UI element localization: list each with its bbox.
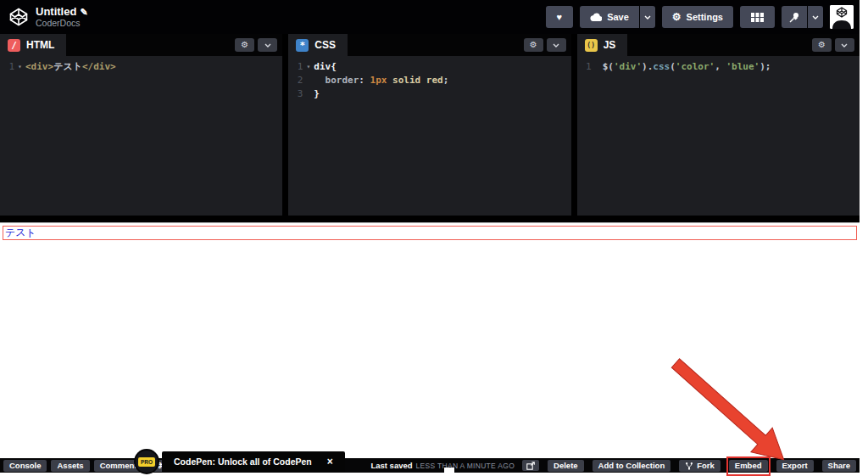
layout-grid-icon <box>751 13 764 22</box>
code-token: css <box>653 61 670 72</box>
code-text: border: 1px solid red; <box>314 74 448 87</box>
editor-preview-resize-handle[interactable] <box>0 216 860 222</box>
code-line[interactable]: 3 } <box>288 87 570 101</box>
code-line[interactable]: 1▾div{ <box>288 60 570 74</box>
line-number: 2 <box>288 74 303 87</box>
code-fold-icon[interactable]: ▾ <box>303 60 314 74</box>
save-button[interactable]: Save <box>580 6 639 28</box>
header-bar: Untitled✎ CoderDocs ♥ Save <box>0 0 860 34</box>
tab-css[interactable]: * CSS <box>288 34 348 56</box>
tab-js-label: JS <box>604 39 616 51</box>
gear-icon: ⚙ <box>241 41 248 49</box>
result-preview-iframe[interactable]: テスト <box>0 222 860 458</box>
last-saved-status: Last saved LESS THAN A MINUTE AGO <box>370 461 515 470</box>
tab-css-label: CSS <box>314 39 336 51</box>
code-token: } <box>314 88 320 99</box>
html-editor-panel: / HTML ⚙ 1▾<div>テスト</div> <box>0 34 282 216</box>
code-fold-spacer <box>303 87 314 101</box>
pro-banner: PRO CodePen: Unlock all of CodePen × <box>136 451 345 473</box>
open-live-view-button[interactable] <box>522 460 539 471</box>
pin-icon <box>789 12 799 23</box>
code-token: : <box>359 75 370 86</box>
code-fold-spacer <box>303 74 314 87</box>
console-drag-handle[interactable] <box>444 468 454 473</box>
code-token: $( <box>603 61 614 72</box>
share-button[interactable]: Share <box>822 460 856 472</box>
console-button[interactable]: Console <box>3 460 47 472</box>
html-settings-button[interactable]: ⚙ <box>235 38 254 52</box>
like-button[interactable]: ♥ <box>546 6 574 28</box>
js-panel-header: () JS ⚙ <box>577 34 860 56</box>
css-settings-button[interactable]: ⚙ <box>524 38 543 52</box>
pen-title-block: Untitled✎ CoderDocs <box>36 6 88 29</box>
code-token: <div> <box>25 61 53 72</box>
js-code-editor[interactable]: 1 $('div').css('color', 'blue'); <box>577 56 860 216</box>
delete-button[interactable]: Delete <box>548 460 584 472</box>
js-settings-button[interactable]: ⚙ <box>812 38 832 52</box>
code-text: $('div').css('color', 'blue'); <box>603 60 771 74</box>
html-code-editor[interactable]: 1▾<div>テスト</div> <box>0 56 282 216</box>
codepen-editor-app: Untitled✎ CoderDocs ♥ Save <box>0 0 860 473</box>
assets-button[interactable]: Assets <box>51 460 89 472</box>
chevron-down-icon <box>264 43 271 48</box>
embed-button[interactable]: Embed <box>729 460 768 472</box>
tab-html[interactable]: / HTML <box>0 34 66 56</box>
heart-icon: ♥ <box>557 12 563 22</box>
code-token: ). <box>642 61 653 72</box>
upgrade-banner-text: CodePen: Unlock all of CodePen <box>174 456 312 467</box>
html-collapse-button[interactable] <box>258 38 277 52</box>
tab-js[interactable]: () JS <box>577 34 628 56</box>
code-line[interactable]: 1 $('div').css('color', 'blue'); <box>577 60 860 74</box>
edit-title-icon[interactable]: ✎ <box>80 7 87 17</box>
external-link-icon <box>526 462 535 470</box>
chevron-down-icon <box>841 43 848 48</box>
pen-title[interactable]: Untitled✎ <box>36 6 88 19</box>
settings-button[interactable]: ⚙ Settings <box>662 6 733 28</box>
code-fold-icon[interactable]: ▾ <box>14 60 25 74</box>
line-number: 1 <box>577 60 592 74</box>
code-token: , <box>715 61 726 72</box>
chevron-down-icon <box>644 15 651 20</box>
code-token <box>314 75 325 86</box>
css-collapse-button[interactable] <box>547 38 566 52</box>
code-line[interactable]: 2 border: 1px solid red; <box>288 74 570 87</box>
save-dropdown-button[interactable] <box>640 6 655 28</box>
code-token: 'color' <box>676 61 715 72</box>
avatar-image <box>830 5 854 29</box>
add-to-collection-button[interactable]: Add to Collection <box>593 460 671 472</box>
fork-icon <box>685 462 693 470</box>
css-panel-header: * CSS ⚙ <box>288 34 570 56</box>
code-text: div{ <box>314 60 337 74</box>
preview-test-div: テスト <box>3 226 857 240</box>
codepen-logo-icon[interactable] <box>8 7 29 27</box>
js-collapse-button[interactable] <box>835 38 854 52</box>
js-editor-panel: () JS ⚙ 1 $('div').css('color', 'blue'); <box>577 34 860 216</box>
css-editor-panel: * CSS ⚙ 1▾div{2 border: 1px solid red;3 … <box>288 34 570 216</box>
css-code-editor[interactable]: 1▾div{2 border: 1px solid red;3 } <box>288 56 570 216</box>
change-view-button[interactable] <box>740 6 775 28</box>
embed-button-wrap: Embed <box>729 460 768 472</box>
code-token: ; <box>443 75 449 86</box>
header-actions: ♥ Save ⚙ Settings <box>539 5 854 29</box>
pen-author[interactable]: CoderDocs <box>36 18 88 28</box>
export-button[interactable]: Export <box>776 460 814 472</box>
code-token: ); <box>760 61 771 72</box>
pin-button[interactable] <box>782 6 807 28</box>
fork-button[interactable]: Fork <box>679 460 721 472</box>
css-lang-icon: * <box>296 39 309 52</box>
editor-panels: / HTML ⚙ 1▾<div>テスト</div> * <box>0 34 860 216</box>
code-fold-spacer <box>592 60 603 74</box>
chevron-down-icon <box>553 43 559 48</box>
html-panel-header: / HTML ⚙ <box>0 34 282 56</box>
avatar[interactable] <box>830 5 854 29</box>
close-icon[interactable]: × <box>327 456 333 467</box>
pro-badge[interactable]: PRO <box>136 451 158 473</box>
code-token: ( <box>670 61 676 72</box>
js-lang-icon: () <box>585 39 598 52</box>
code-token: border <box>326 75 359 86</box>
pin-dropdown-button[interactable] <box>808 6 823 28</box>
chevron-down-icon <box>812 15 819 20</box>
code-text: } <box>314 87 320 101</box>
code-line[interactable]: 1▾<div>テスト</div> <box>0 60 282 74</box>
code-token: div{ <box>314 61 337 72</box>
